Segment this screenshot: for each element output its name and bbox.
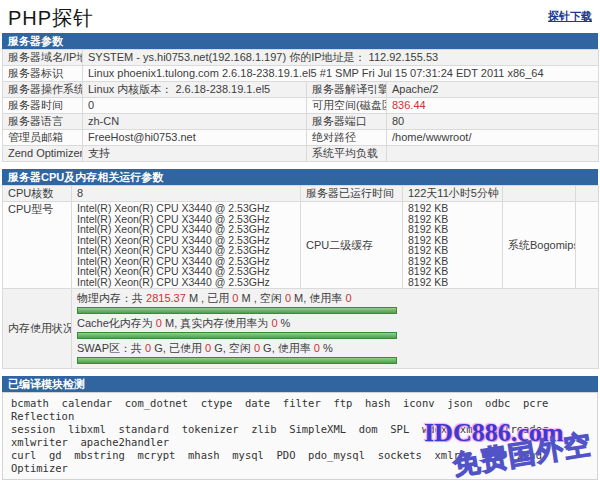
section-bar-server-params: 服务器参数 (2, 33, 598, 49)
row-label: 服务器端口 (307, 114, 387, 130)
row-value: zh-CN (83, 114, 307, 130)
row-label: 服务器操作系统 (3, 82, 83, 98)
modules-list: bcmath calendar com_dotnet ctype date fi… (2, 392, 598, 480)
physical-memory-progress-bar (77, 307, 397, 314)
cache-memory-progress-bar (77, 332, 397, 339)
table-row: 服务器语言 zh-CN 服务器端口 80 (3, 114, 599, 130)
empty-cell (576, 202, 599, 289)
disk-free-value: 836.44 (387, 98, 599, 114)
table-row: 服务器域名/IP地址 SYSTEM - ys.hi0753.net(192.16… (3, 50, 599, 66)
row-value: 0 (83, 98, 307, 114)
section-bar-modules: 已编译模块检测 (2, 376, 598, 392)
modules-line: bcmath calendar com_dotnet ctype date fi… (11, 397, 589, 423)
table-row: 内存使用状况 物理内存：共 2815.37 M , 已用 0 M , 空闲 0 … (3, 289, 599, 369)
table-row: Zend Optimizer 支持 系统平均负载 (3, 146, 599, 162)
row-value: SYSTEM - ys.hi0753.net(192.168.1.197) 你的… (83, 50, 599, 66)
table-row: 管理员邮箱 FreeHost@hi0753.net 绝对路径 /home/www… (3, 130, 599, 146)
row-label: 绝对路径 (307, 130, 387, 146)
cpu-cache-list: 8192 KB 8192 KB 8192 KB 8192 KB 8192 KB … (403, 202, 503, 289)
row-label: 可用空间(磁盘区) (307, 98, 387, 114)
row-value (387, 146, 599, 162)
empty-cell (503, 186, 576, 202)
cpu-model-list: Intel(R) Xeon(R) CPU X3440 @ 2.53GHz Int… (72, 202, 301, 289)
modules-line: session libxml standard tokenizer zlib S… (11, 423, 589, 449)
row-label: 服务器解译引擎 (307, 82, 387, 98)
modules-line: curl gd mbstring mcrypt mhash mysql PDO … (11, 449, 589, 475)
row-value: Linux phoenix1.tulong.com 2.6.18-238.19.… (83, 66, 599, 82)
row-label: 服务器时间 (3, 98, 83, 114)
swap-progress-bar (77, 357, 397, 364)
row-value: FreeHost@hi0753.net (83, 130, 307, 146)
table-row: 服务器时间 0 可用空间(磁盘区) 836.44 (3, 98, 599, 114)
row-label: 内存使用状况 (3, 289, 72, 369)
memory-usage-cell: 物理内存：共 2815.37 M , 已用 0 M , 空闲 0 M, 使用率 … (72, 289, 599, 369)
row-value: Linux 内核版本： 2.6.18-238.19.1.el5 (83, 82, 307, 98)
row-value: Apache/2 (387, 82, 599, 98)
row-label: 服务器标识 (3, 66, 83, 82)
table-row: 服务器标识 Linux phoenix1.tulong.com 2.6.18-2… (3, 66, 599, 82)
row-label: 服务器语言 (3, 114, 83, 130)
swap-line: SWAP区：共 0 G, 已使用 0 G, 空闲 0 G, 使用率 0 % (77, 342, 593, 355)
row-value: 支持 (83, 146, 307, 162)
page-title: PHP探针 (8, 7, 94, 29)
row-label: 服务器已运行时间 (301, 186, 403, 202)
table-row: 服务器操作系统 Linux 内核版本： 2.6.18-238.19.1.el5 … (3, 82, 599, 98)
row-value: 80 (387, 114, 599, 130)
cache-memory-line: Cache化内存为 0 M, 真实内存使用率为 0 % (77, 317, 593, 330)
section-bar-cpu-memory: 服务器CPU及内存相关运行参数 (2, 169, 598, 185)
row-label: CPU核数 (3, 186, 72, 202)
row-value: /home/wwwroot/ (387, 130, 599, 146)
probe-download-link[interactable]: 探针下载 (548, 9, 592, 24)
row-label: CPU型号 (3, 202, 72, 289)
uptime-value: 122天11小时5分钟 (403, 186, 503, 202)
page-header: 探针下载 PHP探针 (0, 0, 600, 33)
server-params-table: 服务器域名/IP地址 SYSTEM - ys.hi0753.net(192.16… (2, 49, 599, 162)
empty-cell (576, 186, 599, 202)
cpu-cores-value: 8 (72, 186, 301, 202)
row-label: CPU二级缓存 (301, 202, 403, 289)
physical-memory-line: 物理内存：共 2815.37 M , 已用 0 M , 空闲 0 M, 使用率 … (77, 292, 593, 305)
cpu-memory-table: CPU核数 8 服务器已运行时间 122天11小时5分钟 CPU型号 Intel… (2, 185, 599, 369)
row-label: 管理员邮箱 (3, 130, 83, 146)
table-row: CPU核数 8 服务器已运行时间 122天11小时5分钟 (3, 186, 599, 202)
row-label: 系统平均负载 (307, 146, 387, 162)
row-label: Zend Optimizer (3, 146, 83, 162)
table-row: CPU型号 Intel(R) Xeon(R) CPU X3440 @ 2.53G… (3, 202, 599, 289)
row-label: 系统Bogomips (503, 202, 576, 289)
row-label: 服务器域名/IP地址 (3, 50, 83, 66)
